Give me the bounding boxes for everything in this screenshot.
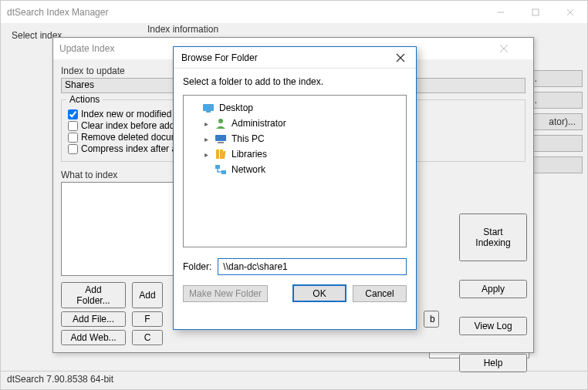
browse-titlebar: Browse For Folder: [174, 47, 416, 69]
f-button[interactable]: F: [132, 311, 163, 327]
user-icon: [215, 117, 227, 129]
tree-label: This PC: [231, 133, 265, 144]
browse-folder-dialog: Browse For Folder Select a folder to add…: [173, 46, 417, 330]
browse-close-button[interactable]: [390, 49, 411, 66]
computer-icon: [215, 133, 227, 145]
browse-title: Browse For Folder: [181, 52, 258, 63]
add-generic-button[interactable]: Add: [132, 282, 163, 308]
tree-label: Administrator: [231, 118, 286, 129]
chevron-right-icon[interactable]: ▸: [202, 150, 210, 159]
svg-rect-11: [215, 135, 226, 141]
statusbar: dtSearch 7.90.8538 64-bit: [1, 371, 587, 389]
minimize-button[interactable]: [483, 1, 518, 24]
close-icon: [499, 44, 509, 53]
add-web-button[interactable]: Add Web...: [61, 330, 126, 345]
chevron-right-icon[interactable]: ▸: [202, 119, 210, 128]
chk-index-new[interactable]: [68, 109, 78, 119]
tree-item-network[interactable]: Network: [187, 162, 403, 177]
browse-instruction: Select a folder to add to the index.: [183, 76, 407, 87]
index-information-label: Index information: [147, 24, 218, 35]
svg-rect-9: [206, 111, 211, 113]
tree-item-this-pc[interactable]: ▸ This PC: [187, 131, 403, 146]
svg-rect-8: [203, 104, 214, 111]
close-icon: [566, 8, 574, 16]
add-file-button[interactable]: Add File...: [61, 311, 126, 327]
update-right-column: Start Indexing Apply View Log Help: [459, 213, 527, 372]
folder-tree[interactable]: Desktop ▸ Administrator ▸ This PC ▸: [183, 95, 407, 247]
tree-item-libraries[interactable]: ▸ Libraries: [187, 146, 403, 162]
svg-rect-16: [215, 165, 220, 169]
network-icon: [215, 163, 227, 176]
make-new-folder-button[interactable]: Make New Folder: [183, 285, 268, 302]
maximize-button[interactable]: [518, 1, 553, 24]
folder-label: Folder:: [183, 261, 211, 272]
update-title: Update Index: [59, 43, 114, 54]
cancel-button[interactable]: Cancel: [353, 285, 407, 302]
browse-button-row: Make New Folder OK Cancel: [183, 284, 407, 302]
start-indexing-button[interactable]: Start Indexing: [459, 213, 527, 261]
chk-compress-label: Compress index after ad: [81, 143, 182, 154]
maximize-icon: [532, 8, 539, 16]
add-button-row-3: Add Web... C: [61, 330, 525, 345]
tree-label: Desktop: [219, 103, 253, 113]
c-button[interactable]: C: [132, 330, 163, 345]
svg-rect-13: [216, 150, 219, 159]
close-icon: [396, 53, 405, 62]
main-titlebar: dtSearch Index Manager: [1, 1, 587, 24]
tree-label: Network: [231, 164, 265, 175]
svg-rect-1: [532, 9, 539, 15]
desktop-icon: [202, 102, 215, 114]
svg-point-10: [218, 119, 223, 123]
add-folder-button[interactable]: Add Folder...: [61, 282, 126, 308]
help-button[interactable]: Help: [459, 354, 527, 372]
tree-label: Libraries: [231, 149, 267, 160]
ok-button[interactable]: OK: [292, 284, 346, 302]
browse-body: Select a folder to add to the index. Des…: [174, 69, 416, 310]
svg-rect-12: [218, 142, 224, 143]
folder-input-row: Folder:: [183, 258, 407, 275]
close-button[interactable]: [553, 1, 587, 24]
libraries-icon: [215, 148, 227, 160]
main-title: dtSearch Index Manager: [7, 7, 108, 18]
folder-input[interactable]: [218, 258, 407, 275]
chk-clear-index-label: Clear index before addin: [81, 120, 182, 131]
chk-remove-deleted[interactable]: [68, 133, 78, 143]
actions-legend: Actions: [66, 94, 103, 105]
tree-item-desktop[interactable]: Desktop: [187, 100, 403, 116]
chk-remove-deleted-label: Remove deleted docume: [81, 132, 184, 143]
window-chrome: [483, 1, 587, 24]
chk-compress[interactable]: [68, 144, 78, 154]
chk-index-new-label: Index new or modified do: [81, 109, 184, 119]
svg-rect-17: [221, 170, 226, 174]
chk-clear-index[interactable]: [68, 121, 78, 131]
chevron-right-icon[interactable]: ▸: [202, 135, 210, 143]
view-log-button[interactable]: View Log: [459, 317, 527, 335]
minimize-icon: [497, 8, 505, 16]
update-close-button[interactable]: [499, 44, 530, 53]
apply-button[interactable]: Apply: [459, 280, 527, 298]
b-button[interactable]: b: [424, 311, 439, 328]
tree-item-administrator[interactable]: ▸ Administrator: [187, 116, 403, 131]
